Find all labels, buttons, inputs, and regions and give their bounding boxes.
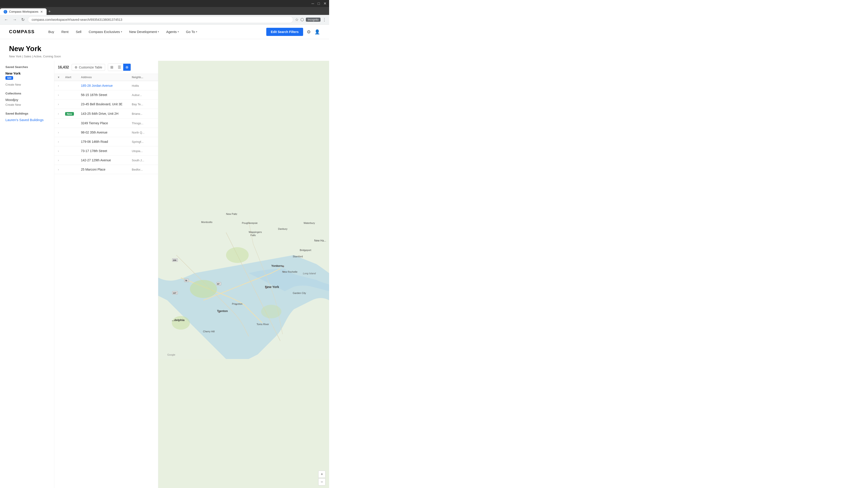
row-address-10: 25 Marconi Place	[81, 168, 132, 171]
row-address-6: 98-02 35th Avenue	[81, 131, 132, 134]
nav-agents[interactable]: Agents ▾	[166, 30, 179, 34]
svg-text:Garden City: Garden City	[293, 292, 306, 294]
row-neighborhood-1: Hollis	[132, 84, 154, 88]
svg-point-26	[265, 287, 268, 289]
zoom-in-button[interactable]: +	[318, 470, 326, 478]
svg-text:Monticello: Monticello	[201, 221, 213, 223]
incognito-badge: Incognito	[306, 18, 320, 22]
laurens-saved-buildings[interactable]: Lauren's Saved Buildings	[5, 118, 49, 122]
refresh-button[interactable]: ↻	[20, 16, 26, 23]
table-row[interactable]: › 179-06 146th Road Springf...	[54, 137, 158, 147]
map-container[interactable]: Monticello New Paltz Poughkeepsie Wappin…	[158, 61, 329, 488]
svg-text:Toms River: Toms River	[256, 323, 269, 326]
page-content: COMPASS Buy Rent Sell Compass Exclusives…	[0, 25, 329, 488]
row-expand-3: ›	[58, 102, 65, 106]
saved-searches-label: Saved Searches	[5, 65, 49, 69]
listings-toolbar: 16,432 ⚙ Customize Table ⊞ ☰ ⊕	[54, 61, 158, 74]
col-toggle-header: ▾	[58, 76, 65, 79]
extensions-icon[interactable]: ⬡	[301, 17, 304, 22]
col-alert-header: Alert	[65, 76, 81, 79]
compass-exclusives-chevron: ▾	[121, 31, 122, 33]
tab-bar: C Compass Workspaces ✕ +	[0, 7, 329, 15]
row-neighborhood-2: Aubur...	[132, 93, 154, 97]
listings-panel: 16,432 ⚙ Customize Table ⊞ ☰ ⊕ ▾ Alert	[54, 61, 158, 488]
row-address-7: 179-06 146th Road	[81, 140, 132, 143]
row-expand-2: ›	[58, 93, 65, 97]
user-icon[interactable]: 👤	[314, 29, 320, 35]
row-address-9: 142-27 129th Avenue	[81, 158, 132, 162]
svg-point-3	[172, 316, 190, 330]
dropdown-arrow-header[interactable]: ▾	[58, 76, 59, 79]
nav-new-development[interactable]: New Development ▾	[129, 30, 159, 34]
row-expand-6: ›	[58, 131, 65, 134]
row-address-1: 185-28 Jordan Avenue	[81, 84, 132, 88]
zoom-out-button[interactable]: −	[318, 478, 326, 486]
address-bar[interactable]: compass.com/workspace/#/saved-search/693…	[28, 16, 293, 23]
tab-title: Compass Workspaces	[9, 10, 38, 13]
compass-logo[interactable]: COMPASS	[9, 29, 35, 34]
saved-search-badge: 500	[5, 76, 13, 80]
nav-compass-exclusives[interactable]: Compass Exclusives ▾	[89, 30, 122, 34]
grid-view-button[interactable]: ⊞	[108, 64, 116, 71]
nav-buy[interactable]: Buy	[49, 30, 54, 34]
nav-sell[interactable]: Sell	[76, 30, 81, 34]
table-row[interactable]: › 98-02 35th Avenue North Q...	[54, 128, 158, 137]
row-neighborhood-9: South J...	[132, 159, 154, 162]
svg-text:Waterbury: Waterbury	[304, 222, 315, 224]
svg-point-29	[236, 304, 237, 305]
forward-button[interactable]: →	[11, 17, 18, 23]
svg-text:...delphia: ...delphia	[172, 318, 185, 322]
active-tab[interactable]: C Compass Workspaces ✕	[0, 8, 46, 15]
browser-menu-icon[interactable]: ⋮	[322, 17, 327, 22]
listings-count: 16,432	[58, 65, 69, 69]
row-address-4: 143-25 84th Drive, Unit 2H	[81, 112, 132, 116]
close-window-icon[interactable]: ✕	[323, 1, 327, 6]
list-view-button[interactable]: ☰	[116, 64, 123, 71]
table-row[interactable]: › 142-27 129th Avenue South J...	[54, 156, 158, 165]
create-new-collection-link[interactable]: Create New	[5, 103, 49, 106]
row-address-3: 23-45 Bell Boulevard, Unit 3E	[81, 102, 132, 106]
new-tab-button[interactable]: +	[46, 8, 53, 15]
customize-table-button[interactable]: ⚙ Customize Table	[72, 64, 105, 71]
nav-rent[interactable]: Rent	[61, 30, 69, 34]
table-row[interactable]: › 56-15 187th Street Aubur...	[54, 90, 158, 100]
collections-label: Collections	[5, 92, 49, 95]
svg-point-1	[190, 280, 217, 298]
listings-table: ▾ Alert Address Neighb... › 185-28 Jorda…	[54, 74, 158, 488]
breadcrumb: New York | Sales | Active, Coming Soon	[9, 55, 320, 58]
top-nav: COMPASS Buy Rent Sell Compass Exclusives…	[0, 25, 329, 39]
table-row[interactable]: › 25 Marconi Place Bedfor...	[54, 165, 158, 174]
map-controls: + −	[318, 470, 326, 486]
svg-text:78: 78	[185, 280, 187, 282]
bookmark-icon[interactable]: ☆	[295, 17, 299, 22]
svg-text:Yonkers: Yonkers	[271, 264, 283, 267]
create-new-search-link[interactable]: Create New	[5, 83, 49, 86]
row-expand-4: ›	[58, 112, 65, 116]
saved-search-name[interactable]: New York	[5, 71, 49, 75]
map-view-button[interactable]: ⊕	[123, 64, 131, 71]
tab-close-btn[interactable]: ✕	[40, 10, 43, 13]
address-link-1[interactable]: 185-28 Jordan Avenue	[81, 84, 113, 88]
row-expand-1: ›	[58, 84, 65, 88]
nav-go-to[interactable]: Go To ▾	[186, 30, 197, 34]
table-row[interactable]: › 73-17 178th Street Utopia...	[54, 147, 158, 156]
svg-point-27	[282, 265, 284, 267]
saved-search-new-york[interactable]: New York 500	[5, 71, 49, 81]
svg-text:New Ha...: New Ha...	[314, 239, 326, 242]
collection-moodjoy[interactable]: Moodjoy	[5, 98, 49, 102]
svg-text:Cherry Hill: Cherry Hill	[203, 330, 215, 333]
table-row[interactable]: › 185-28 Jordan Avenue Hollis	[54, 81, 158, 90]
settings-icon[interactable]: ⚙	[307, 29, 311, 35]
nav-items: Buy Rent Sell Compass Exclusives ▾ New D…	[49, 30, 266, 34]
svg-text:209: 209	[173, 259, 176, 261]
minimize-icon[interactable]: ─	[311, 2, 314, 6]
view-toggle: ⊞ ☰ ⊕	[108, 64, 131, 71]
table-row[interactable]: › 3249 Tierney Place Throgs...	[54, 119, 158, 128]
maximize-icon[interactable]: □	[318, 2, 320, 6]
saved-buildings-label: Saved Buildings	[5, 112, 49, 115]
table-row[interactable]: › 23-45 Bell Boulevard, Unit 3E Bay Te..…	[54, 100, 158, 109]
back-button[interactable]: ←	[3, 17, 9, 23]
row-alert-4: New	[65, 111, 81, 116]
edit-search-filters-button[interactable]: Edit Search Filters	[266, 28, 303, 36]
table-row[interactable]: › New 143-25 84th Drive, Unit 2H Briarw.…	[54, 109, 158, 119]
